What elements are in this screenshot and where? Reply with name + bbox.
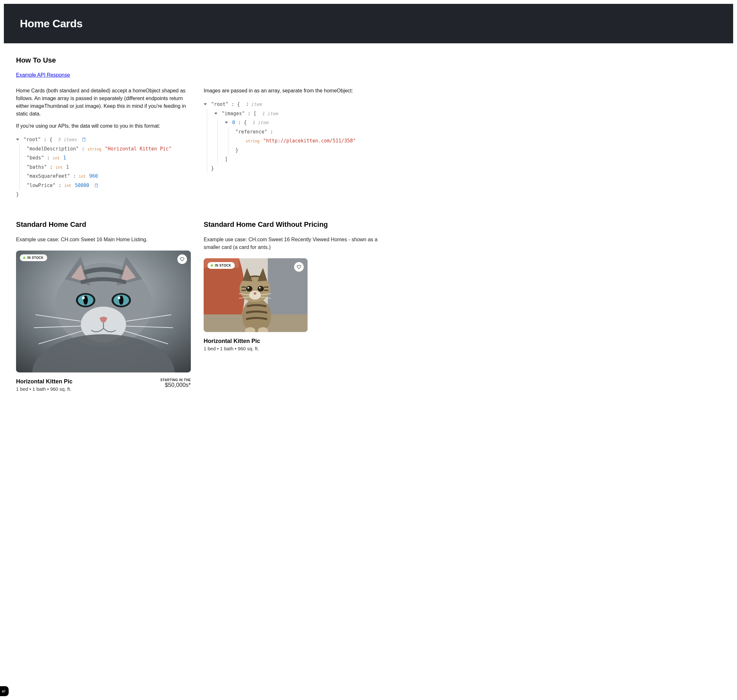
howto-right-col: Images are passed in as an array, separa…: [204, 87, 379, 203]
svg-point-19: [246, 286, 253, 292]
card-specs: 1 bed • 1 bath • 960 sq. ft.: [16, 386, 72, 392]
card-price: $50,000s*: [160, 382, 191, 388]
nopricing-card-heading: Standard Home Card Without Pricing: [204, 221, 379, 229]
chevron-down-icon[interactable]: [204, 103, 207, 105]
card-specs: 1 bed • 1 bath • 960 sq. ft.: [204, 346, 260, 351]
copy-icon[interactable]: [81, 136, 86, 140]
example-api-link[interactable]: Example API Response: [16, 72, 70, 78]
standard-card-heading: Standard Home Card: [16, 221, 191, 229]
chevron-down-icon[interactable]: [225, 122, 228, 124]
json-viewer-homeobject: "root" : { 5 items "modelDescription" : …: [16, 134, 191, 203]
svg-point-21: [248, 287, 249, 288]
home-card-nopricing[interactable]: IN STOCK Horizontal Kitten Pic 1 bed • 1…: [204, 258, 308, 351]
heart-icon: [180, 257, 185, 262]
copy-icon[interactable]: [94, 182, 98, 186]
home-card-standard[interactable]: IN STOCK Horizontal Kitten Pic 1 bed • 1…: [16, 250, 191, 392]
stock-label: IN STOCK: [27, 256, 44, 260]
standard-card-section: Standard Home Card Example use case: CH.…: [16, 221, 191, 392]
svg-point-10: [82, 296, 85, 299]
page-header: Home Cards: [4, 4, 733, 43]
nopricing-use-case: Example use case: CH.com Sweet 16 Recent…: [204, 236, 379, 251]
stock-label: IN STOCK: [215, 264, 231, 267]
heart-icon: [297, 264, 301, 269]
card-image: IN STOCK: [204, 258, 308, 332]
svg-point-11: [118, 296, 120, 299]
howto-left-col: Home Cards (both standard and detailed) …: [16, 87, 191, 203]
stock-badge: IN STOCK: [20, 254, 47, 261]
howto-heading: How To Use: [16, 56, 379, 65]
favorite-button[interactable]: [178, 254, 187, 264]
card-image: IN STOCK: [16, 250, 191, 372]
nopricing-card-section: Standard Home Card Without Pricing Examp…: [204, 221, 379, 392]
chevron-down-icon[interactable]: [16, 138, 19, 141]
page-title: Home Cards: [20, 17, 733, 30]
svg-point-22: [259, 287, 261, 288]
svg-point-20: [257, 286, 264, 292]
stock-badge: IN STOCK: [207, 262, 235, 269]
starting-label: STARTING IN THE: [160, 378, 191, 382]
status-dot-icon: [211, 264, 213, 266]
favorite-button[interactable]: [294, 262, 304, 272]
howto-left-para2: If you're using our APIs, the data will …: [16, 122, 191, 130]
json-viewer-images: "root" : { 1 item "images" : [ 1 item: [204, 99, 379, 176]
chevron-down-icon[interactable]: [214, 113, 217, 115]
standard-use-case: Example use case: CH.com Sweet 16 Main H…: [16, 236, 191, 244]
svg-point-17: [242, 299, 271, 332]
howto-right-para1: Images are passed in as an array, separa…: [204, 87, 379, 95]
status-dot-icon: [23, 257, 25, 259]
howto-left-para1: Home Cards (both standard and detailed) …: [16, 87, 191, 118]
card-title: Horizontal Kitten Pic: [16, 378, 72, 385]
content-area: How To Use Example API Response Home Car…: [0, 43, 395, 404]
card-title: Horizontal Kitten Pic: [204, 338, 260, 344]
